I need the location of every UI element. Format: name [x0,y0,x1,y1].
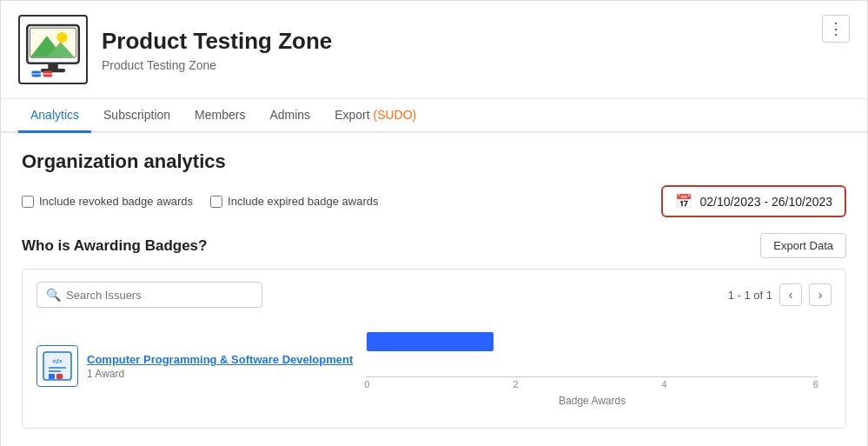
axis-tick-6: 6 [813,379,818,389]
header-text: Product Testing Zone Product Testing Zon… [102,28,850,72]
pagination-text: 1 - 1 of 1 [728,289,772,302]
bar-chart-inner: 0 2 4 6 [367,325,818,377]
svg-rect-6 [49,63,58,70]
axis-tick-0: 0 [364,379,369,389]
badge-info: Computer Programming & Software Developm… [87,352,353,380]
filter-expired-text: Include expired badge awards [228,195,378,208]
filter-revoked-checkbox[interactable] [22,196,34,208]
page-wrapper: Product Testing Zone Product Testing Zon… [0,0,868,446]
calendar-icon: 📅 [675,193,692,210]
pagination-info: 1 - 1 of 1 ‹ › [728,283,832,306]
axis-tick-4: 4 [662,379,667,389]
tab-analytics[interactable]: Analytics [18,99,91,133]
tab-members[interactable]: Members [182,99,257,133]
chart-bar [367,332,493,351]
section-title: Organization analytics [22,150,846,173]
search-box: 🔍 [36,282,262,308]
org-subtitle: Product Testing Zone [102,58,850,72]
axis-tick-2: 2 [513,379,518,389]
tab-export[interactable]: Export (SUDO) [322,99,428,133]
pagination-prev-button[interactable]: ‹ [779,283,802,306]
org-title: Product Testing Zone [102,28,850,55]
badge-row: </> Computer Programming & Software Deve… [36,320,832,416]
svg-point-3 [56,32,67,43]
nav-tabs: Analytics Subscription Members Admins Ex… [1,99,867,133]
search-issuers-input[interactable] [66,289,253,302]
search-row: 🔍 1 - 1 of 1 ‹ › [36,282,832,308]
filter-expired-checkbox[interactable] [210,196,222,208]
badge-name-link[interactable]: Computer Programming & Software Developm… [87,353,353,366]
svg-rect-16 [49,374,55,379]
header-menu-button[interactable]: ⋮ [822,15,850,43]
badge-award-count: 1 Award [87,368,353,380]
svg-text:</>: </> [52,357,63,365]
tab-subscription[interactable]: Subscription [91,99,182,133]
who-awarding-chart-container: 🔍 1 - 1 of 1 ‹ › </> [22,269,846,429]
bar-chart-area: 0 2 4 6 Badge Awards [353,325,832,407]
main-content: Organization analytics Include revoked b… [1,133,867,446]
sudo-label: (SUDO) [373,108,416,122]
axis-line [367,376,818,377]
who-awarding-header: Who is Awarding Badges? Export Data [22,233,846,258]
who-awarding-export-button[interactable]: Export Data [760,233,846,258]
org-logo [18,15,88,84]
who-awarding-title: Who is Awarding Badges? [22,237,207,255]
filter-revoked-label[interactable]: Include revoked badge awards [22,195,193,208]
pagination-next-button[interactable]: › [809,283,832,306]
chart-x-label: Badge Awards [367,395,818,407]
filter-revoked-text: Include revoked badge awards [39,195,193,208]
tab-admins[interactable]: Admins [257,99,322,133]
search-icon: 🔍 [46,288,61,302]
date-range-value: 02/10/2023 - 26/10/2023 [699,195,832,209]
svg-rect-17 [56,374,63,379]
filter-expired-label[interactable]: Include expired badge awards [210,195,378,208]
badge-name-text: Computer Programming & Software Developm… [87,353,353,366]
filters-row: Include revoked badge awards Include exp… [22,185,846,217]
date-range-button[interactable]: 📅 02/10/2023 - 26/10/2023 [661,185,846,217]
badge-icon-box: </> [36,345,78,387]
header: Product Testing Zone Product Testing Zon… [1,1,867,99]
